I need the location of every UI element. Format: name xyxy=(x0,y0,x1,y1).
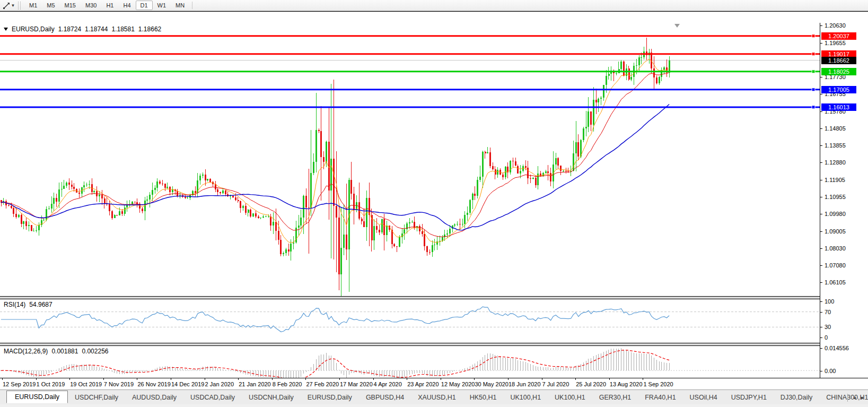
price-tick-label: 1.09005 xyxy=(825,228,846,235)
date-label: 4 Apr 2020 xyxy=(374,381,402,387)
level-price-tag: 1.20037 xyxy=(821,32,856,40)
time-tick xyxy=(508,378,508,380)
chart-window: EURUSD,Daily 1.18724 1.18744 1.18581 1.1… xyxy=(0,11,868,378)
axis-tick xyxy=(820,128,822,129)
date-label: 1 Sep 2020 xyxy=(643,381,673,387)
timeframe-h1[interactable]: H1 xyxy=(101,1,118,10)
rsi-tick-label: 30 xyxy=(825,324,831,331)
tab-divider xyxy=(847,394,848,402)
date-label: 21 Jan 2020 xyxy=(239,381,271,387)
time-tick xyxy=(272,378,273,380)
date-label: 14 Dec 2019 xyxy=(171,381,204,387)
ohlc-low: 1.18581 xyxy=(111,25,134,33)
symbol-label: EURUSD,Daily xyxy=(12,25,55,33)
time-tick xyxy=(103,378,104,380)
axis-tick xyxy=(820,265,822,266)
axis-tick xyxy=(820,337,822,338)
timeframe-mn[interactable]: MN xyxy=(171,1,189,10)
time-tick xyxy=(36,378,37,380)
timeframe-w1[interactable]: W1 xyxy=(153,1,171,10)
chart-tab-hk50-h1[interactable]: HK50,H1 xyxy=(463,392,504,403)
date-label: 12 Sep 2019 xyxy=(3,381,36,387)
macd-value-2: 0.002256 xyxy=(82,348,108,355)
scroll-left-icon[interactable]: ◂ xyxy=(853,395,856,401)
macd-tick-label: 0.00 xyxy=(825,368,836,375)
toolbar-grip[interactable] xyxy=(18,2,21,10)
axis-tick xyxy=(820,145,822,146)
date-label: 12 May 2020 xyxy=(441,381,475,387)
chart-tab-usdcad-daily[interactable]: USDCAD,Daily xyxy=(183,392,242,403)
axis-tick xyxy=(820,43,822,44)
time-tick xyxy=(238,378,239,380)
chart-tab-gbpusd-h4[interactable]: GBPUSD,H4 xyxy=(359,392,411,403)
price-tick-label: 1.08030 xyxy=(825,245,846,252)
axis-tick xyxy=(820,111,822,112)
chart-tab-ger30-h1[interactable]: GER30,H1 xyxy=(592,392,638,403)
rsi-value: 54.9687 xyxy=(29,301,52,308)
chart-tab-eurusd-daily[interactable]: EURUSD,Daily xyxy=(301,392,359,403)
window-bottom-strip xyxy=(0,404,868,407)
time-tick xyxy=(474,378,475,380)
time-tick xyxy=(441,378,441,380)
main-price-chart[interactable] xyxy=(0,23,820,296)
chart-tab-usoil-h4[interactable]: USOil,H4 xyxy=(683,392,724,403)
chart-tab-xauusd-h1[interactable]: XAUUSD,H1 xyxy=(411,392,463,403)
date-label: 7 Nov 2019 xyxy=(104,381,134,387)
time-tick xyxy=(339,378,340,380)
macd-tick-label: 0.014556 xyxy=(825,345,849,352)
timeframe-m30[interactable]: M30 xyxy=(81,1,101,10)
price-tick-label: 1.14805 xyxy=(825,125,846,132)
chart-tab-usdchf-daily[interactable]: USDCHF,Daily xyxy=(68,392,125,403)
date-label: 1 Oct 2019 xyxy=(37,381,65,387)
scroll-right-icon[interactable]: ▸ xyxy=(861,395,864,401)
toolbar: ▼ M1M5M15M30H1H4D1W1MN xyxy=(0,0,868,11)
price-tick-label: 1.06105 xyxy=(825,279,846,286)
timeframe-m5[interactable]: M5 xyxy=(42,1,59,10)
timeframe-m1[interactable]: M1 xyxy=(24,1,42,10)
timeframe-d1[interactable]: D1 xyxy=(136,1,153,10)
price-tick-label: 1.07080 xyxy=(825,262,846,269)
axis-tick xyxy=(820,231,822,232)
ohlc-high: 1.18744 xyxy=(85,25,108,33)
candles-layer xyxy=(1,38,670,296)
chart-tab-fra40-h1[interactable]: FRA40,H1 xyxy=(638,392,682,403)
date-label: 30 May 2020 xyxy=(475,381,508,387)
chart-tab-uk100-h1[interactable]: UK100,H1 xyxy=(503,392,548,403)
level-price-tag: 1.17005 xyxy=(821,86,856,93)
time-tick xyxy=(137,378,137,380)
price-tick-label: 1.20630 xyxy=(825,22,846,29)
price-tick-label: 1.13855 xyxy=(825,142,846,149)
rsi-tick-label: 100 xyxy=(825,298,834,305)
time-tick xyxy=(2,378,3,380)
timeframe-m15[interactable]: M15 xyxy=(60,1,81,10)
chart-tab-eurusd-daily[interactable]: EURUSD,Daily xyxy=(6,391,68,403)
chart-tab-usdjpy-h1[interactable]: USDJPY,H1 xyxy=(724,392,774,403)
chart-shift-marker[interactable] xyxy=(674,24,680,28)
time-axis[interactable]: 12 Sep 20191 Oct 201919 Oct 20197 Nov 20… xyxy=(0,378,868,389)
chart-tab-uk100-h1[interactable]: UK100,H1 xyxy=(548,392,592,403)
axis-tick xyxy=(820,197,822,197)
tab-scroll-arrows: ◂ ▸ xyxy=(847,390,864,405)
axis-tick xyxy=(820,282,822,283)
price-tick-label: 1.10955 xyxy=(825,194,846,201)
axis-tick xyxy=(820,301,822,302)
rsi-panel[interactable] xyxy=(0,299,820,343)
chart-tab-audusd-daily[interactable]: AUDUSD,Daily xyxy=(125,392,183,403)
collapse-caret-icon[interactable] xyxy=(4,28,8,31)
date-label: 18 Jun 2020 xyxy=(508,381,541,387)
axis-tick xyxy=(820,180,822,180)
level-price-tag: 1.18025 xyxy=(821,68,856,75)
price-axis[interactable]: 1.206301.196551.177301.167551.157801.148… xyxy=(820,23,868,389)
timeframe-group: M1M5M15M30H1H4D1W1MN xyxy=(24,1,195,10)
chart-tab-usdcnh-daily[interactable]: USDCNH,Daily xyxy=(242,392,301,403)
chevron-down-icon: ▼ xyxy=(11,3,15,8)
chart-tab-dj30-daily[interactable]: DJ30,Daily xyxy=(774,392,819,403)
axis-tick xyxy=(820,312,822,313)
time-tick xyxy=(373,378,374,380)
macd-label: MACD(12,26,9) 0.001881 0.002256 xyxy=(4,348,109,355)
price-tick-label: 1.09980 xyxy=(825,211,846,218)
time-tick xyxy=(542,378,542,380)
line-studies-dropdown[interactable]: ▼ xyxy=(2,1,16,10)
date-label: 25 Jul 2020 xyxy=(576,381,606,387)
timeframe-h4[interactable]: H4 xyxy=(118,1,135,10)
